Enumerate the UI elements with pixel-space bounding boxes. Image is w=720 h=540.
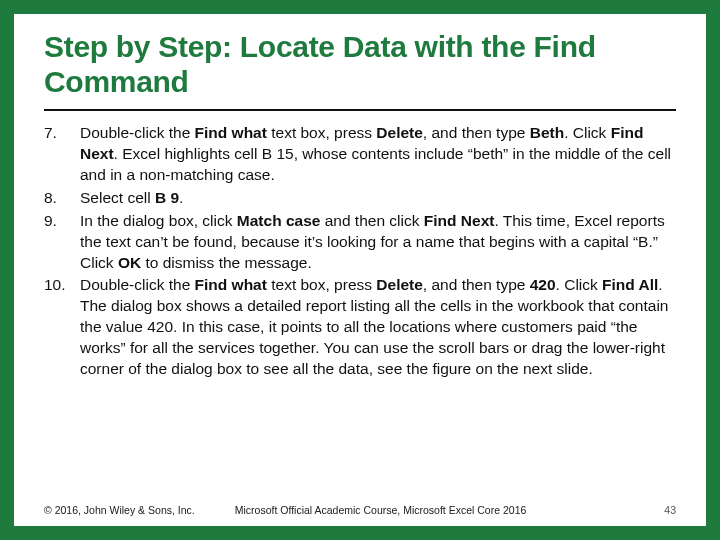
list-item: 8. Select cell B 9. — [44, 188, 676, 209]
step-number: 9. — [44, 211, 80, 274]
list-item: 10. Double-click the Find what text box,… — [44, 275, 676, 380]
step-number: 7. — [44, 123, 80, 186]
step-text: Select cell B 9. — [80, 188, 676, 209]
title-divider — [44, 109, 676, 111]
step-number: 10. — [44, 275, 80, 380]
footer-page-number: 43 — [664, 504, 676, 516]
step-text: Double-click the Find what text box, pre… — [80, 123, 676, 186]
footer-course: Microsoft Official Academic Course, Micr… — [235, 504, 665, 516]
step-number: 8. — [44, 188, 80, 209]
step-text: Double-click the Find what text box, pre… — [80, 275, 676, 380]
slide-title: Step by Step: Locate Data with the Find … — [44, 30, 676, 99]
step-list: 7. Double-click the Find what text box, … — [44, 123, 676, 380]
slide-footer: © 2016, John Wiley & Sons, Inc. Microsof… — [44, 504, 676, 516]
list-item: 9. In the dialog box, click Match case a… — [44, 211, 676, 274]
list-item: 7. Double-click the Find what text box, … — [44, 123, 676, 186]
slide: Step by Step: Locate Data with the Find … — [0, 0, 720, 540]
slide-content: Step by Step: Locate Data with the Find … — [14, 14, 706, 526]
footer-copyright: © 2016, John Wiley & Sons, Inc. — [44, 504, 195, 516]
step-text: In the dialog box, click Match case and … — [80, 211, 676, 274]
